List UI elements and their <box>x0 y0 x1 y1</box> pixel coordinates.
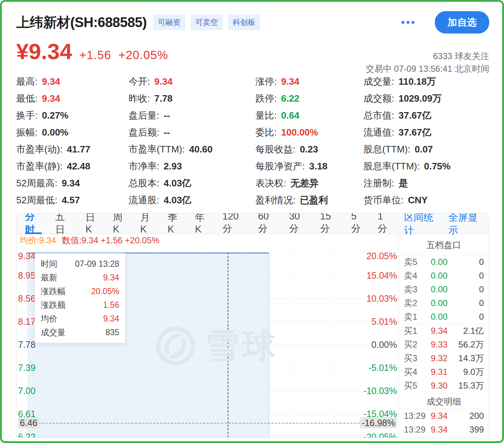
level-label: 买1 <box>404 325 427 337</box>
stat-value: 7.78 <box>154 93 173 104</box>
chart-link[interactable]: 区间统计 <box>404 213 436 237</box>
stat-row: 市净率:2.93 <box>129 158 255 175</box>
tab-1分[interactable]: 1分 <box>378 213 391 234</box>
bid-row[interactable]: 买39.3214.3万 <box>399 351 489 365</box>
stat-row: 货币单位:CNY <box>363 192 489 209</box>
stat-value: 是 <box>398 177 408 190</box>
tx-price: 9.34 <box>427 411 451 421</box>
pct-axis-label: -10.03% <box>363 385 397 396</box>
tab-周K[interactable]: 周K <box>113 213 126 234</box>
stat-value: 3.18 <box>309 161 327 172</box>
stock-badge[interactable]: 可融资 <box>153 14 185 30</box>
bid-row[interactable]: 买19.342.1亿 <box>399 324 489 338</box>
ask-row[interactable]: 卖40.000 <box>399 269 489 283</box>
tooltip-row: 均价9.34 <box>41 312 119 325</box>
tooltip-label: 均价 <box>41 313 57 324</box>
tx-time: 13:29 <box>404 425 427 435</box>
level-price: 9.32 <box>427 353 451 363</box>
chart-link[interactable]: 全屏显示 <box>448 213 480 237</box>
stat-row: 每股收益:0.23 <box>255 141 363 158</box>
level-price: 9.34 <box>427 326 451 336</box>
tab-月K[interactable]: 月K <box>140 213 154 234</box>
tab-年K[interactable]: 年K <box>195 213 209 234</box>
tooltip-row: 涨跌额1.56 <box>41 298 119 312</box>
stat-label: 涨停: <box>255 75 277 88</box>
stat-label: 市净率: <box>129 160 159 173</box>
tab-30分[interactable]: 30分 <box>289 213 306 234</box>
stock-badge[interactable]: 可卖空 <box>191 14 223 30</box>
stat-value: 0.27% <box>42 110 68 121</box>
stat-label: 成交额: <box>363 92 394 105</box>
stat-row: 量比:0.64 <box>255 107 363 124</box>
stat-row: 涨停:9.34 <box>255 73 363 90</box>
price-axis-label: 6.22 <box>18 431 36 438</box>
stat-label: 货币单位: <box>363 194 403 207</box>
tab-分时[interactable]: 分时 <box>25 213 42 234</box>
ask-row[interactable]: 卖10.000 <box>399 310 489 324</box>
current-time-line <box>269 252 269 438</box>
stat-value: 100.00% <box>281 127 318 138</box>
stat-row: 市盈率(TTM):40.60 <box>129 141 255 158</box>
stat-label: 股息(TTM): <box>363 143 410 156</box>
bid-row[interactable]: 买59.3015.3万 <box>399 379 489 393</box>
tab-季K[interactable]: 季K <box>168 213 181 234</box>
header: 上纬新材(SH:688585) 可融资可卖空科创板 ••• 加自选 <box>16 12 489 33</box>
transactions-title: 成交明细 <box>399 393 489 409</box>
stat-value: 6.22 <box>281 93 299 104</box>
followers-count: 6333 球友关注 <box>366 50 489 62</box>
tx-price: 9.34 <box>427 425 451 435</box>
stat-value: 1029.09万 <box>398 92 442 105</box>
bid-row[interactable]: 买49.319.0万 <box>399 365 489 379</box>
tab-日K[interactable]: 日K <box>85 213 99 234</box>
v-gridline <box>290 252 290 438</box>
level-volume: 0 <box>451 298 484 308</box>
add-watchlist-button[interactable]: 加自选 <box>435 11 489 34</box>
stat-row: 盘后量:-- <box>129 107 255 124</box>
tab-15分[interactable]: 15分 <box>320 213 338 234</box>
ask-row[interactable]: 卖50.000 <box>399 255 489 269</box>
ask-row[interactable]: 卖30.000 <box>399 283 489 296</box>
tooltip-row: 成交量835 <box>41 325 119 339</box>
tab-60分[interactable]: 60分 <box>258 213 275 234</box>
tab-120分[interactable]: 120分 <box>222 213 244 234</box>
more-menu-icon[interactable]: ••• <box>401 17 416 28</box>
price-axis-label: 9.34 <box>18 251 36 261</box>
tab-5分[interactable]: 5分 <box>351 213 364 234</box>
tx-volume: 200 <box>451 411 484 421</box>
tooltip-value: 9.34 <box>103 273 119 283</box>
stock-badge[interactable]: 科创板 <box>228 14 260 30</box>
stat-value: 无差异 <box>290 177 318 190</box>
tooltip-row: 最新9.34 <box>41 271 119 284</box>
level-price: 9.33 <box>427 340 451 350</box>
crosshair-line <box>228 252 228 438</box>
stat-label: 委比: <box>255 126 277 139</box>
stat-label: 跌停: <box>255 92 277 105</box>
stat-value: 0.07 <box>415 144 433 155</box>
level-volume: 9.0万 <box>451 366 484 378</box>
level-volume: 56.2万 <box>451 339 484 350</box>
level-label: 卖1 <box>404 311 427 323</box>
level-price: 0.00 <box>427 312 451 322</box>
level-volume: 14.3万 <box>451 353 484 364</box>
stat-label: 振幅: <box>16 126 37 139</box>
level-label: 卖2 <box>404 297 427 309</box>
bid-row[interactable]: 买29.3356.2万 <box>399 338 489 351</box>
stat-row: 成交量:110.18万 <box>363 73 489 90</box>
timeshare-chart[interactable]: 雪球 时间07-09 13:28最新9.34涨跌幅20.05%涨跌额1.56均价… <box>17 247 398 438</box>
stat-label: 每股净资产: <box>255 160 305 173</box>
stock-detail-page: 上纬新材(SH:688585) 可融资可卖空科创板 ••• 加自选 ¥9.34 … <box>2 2 502 441</box>
pct-axis-label: 15.04% <box>366 270 397 281</box>
stat-value: 110.18万 <box>398 75 436 88</box>
chart-tooltip: 时间07-09 13:28最新9.34涨跌幅20.05%涨跌额1.56均价9.3… <box>35 253 125 343</box>
stat-value: 42.48 <box>67 161 90 172</box>
chart-links: 区间统计全屏显示 <box>404 213 480 234</box>
stat-row: 总市值:37.67亿 <box>363 107 489 124</box>
ask-row[interactable]: 卖20.000 <box>399 296 489 310</box>
stat-row: 振幅:0.00% <box>16 124 129 141</box>
stat-value: 41.77 <box>67 144 90 155</box>
stat-value: 4.03亿 <box>164 194 191 207</box>
tab-五日[interactable]: 五日 <box>55 213 72 234</box>
stat-row: 今开:9.34 <box>129 73 255 90</box>
stat-value: 9.34 <box>281 76 299 87</box>
quote-row: ¥9.34 +1.56 +20.05% 6333 球友关注 交易中 07-09 … <box>16 39 489 69</box>
